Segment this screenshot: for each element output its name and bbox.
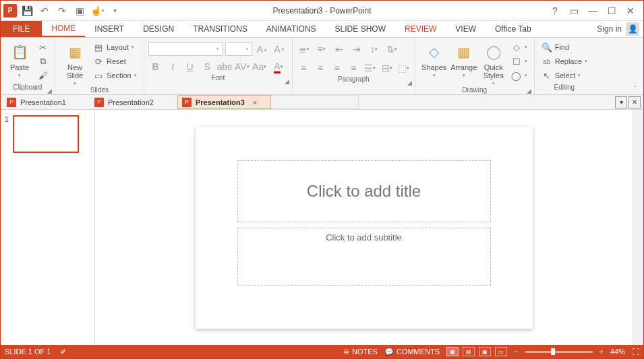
slide-sorter-view-icon[interactable]: ▤ [463,347,475,356]
font-color-icon[interactable]: A▾ [269,59,287,74]
reading-view-icon[interactable]: ▣ [479,347,491,356]
numbering-icon[interactable]: ≡▾ [314,42,329,57]
tab-design[interactable]: DESIGN [134,21,183,37]
shape-outline-button[interactable]: ☐▾ [508,55,530,68]
start-from-beginning-icon[interactable]: ▣ [72,3,87,18]
help-icon[interactable]: ? [546,3,564,19]
doc-tab-presentation1[interactable]: P Presentation1 [2,95,90,109]
subtitle-placeholder[interactable]: Click to add subtitle [237,228,491,286]
zoom-slider[interactable] [525,351,593,353]
align-left-icon[interactable]: ≡ [297,61,311,75]
ribbon-display-options-icon[interactable]: ▭ [565,3,583,19]
find-button[interactable]: 🔍Find [539,40,590,54]
zoom-out-icon[interactable]: − [514,348,518,356]
italic-icon[interactable]: I [165,59,180,74]
tab-transitions[interactable]: TRANSITIONS [183,21,257,37]
section-button[interactable]: ▭Section ▾ [90,69,140,82]
line-spacing-icon[interactable]: ↕▾ [367,42,382,57]
doc-tab-presentation3[interactable]: P Presentation3 × [177,95,271,109]
save-icon[interactable]: 💾 [20,3,34,18]
clipboard-dialog-launcher-icon[interactable]: ◢ [47,88,52,94]
vertical-scrollbar[interactable] [633,110,643,345]
strikethrough-icon[interactable]: abc [217,59,232,74]
slide-canvas[interactable]: Click to add title Click to add subtitle [95,110,633,345]
smartart-icon[interactable]: ⬚▾ [397,61,411,75]
quick-styles-button[interactable]: ◯ Quick Styles ▾ [479,39,508,86]
bullets-icon[interactable]: ≣▾ [297,42,312,57]
undo-icon[interactable]: ↶ [37,3,52,18]
font-size-combo[interactable]: ▾ [225,42,252,56]
comments-icon: 💬 [384,348,394,356]
comments-button[interactable]: 💬 COMMENTS [384,348,440,356]
decrease-font-icon[interactable]: A▼ [272,42,287,57]
collapse-ribbon-icon[interactable]: ˆ [630,84,641,93]
change-case-icon[interactable]: Aa▾ [252,59,267,74]
tab-office-tab[interactable]: Office Tab [486,21,541,37]
shape-fill-button[interactable]: ◇▾ [508,40,530,54]
redo-icon[interactable]: ↷ [55,3,69,18]
touch-mode-icon[interactable]: ☝▾ [90,3,105,18]
notes-button[interactable]: ≣ NOTES [343,348,378,356]
notes-icon: ≣ [343,348,349,356]
new-doc-tab[interactable] [271,95,359,109]
layout-button[interactable]: ▤Layout ▾ [90,40,140,54]
shapes-button[interactable]: ◇ Shapes ▾ [419,39,449,78]
columns-icon[interactable]: ☰▾ [363,61,378,75]
shape-effects-button[interactable]: ◯▾ [508,69,530,82]
align-text-icon[interactable]: ⊟▾ [380,61,394,75]
align-right-icon[interactable]: ≡ [330,61,344,75]
doc-tab-presentation2[interactable]: P Presentation2 [90,95,177,109]
tab-review[interactable]: REVIEW [395,21,446,37]
tab-dropdown-icon[interactable]: ▾ [615,96,627,108]
qat-customize-icon[interactable]: ▾ [107,3,122,18]
slideshow-view-icon[interactable]: ▭ [495,347,507,356]
new-slide-button[interactable]: ▦ New Slide ▾ [59,39,90,86]
increase-indent-icon[interactable]: ⇥ [349,42,364,57]
signin-area[interactable]: Sign in 👤 [597,21,643,37]
zoom-in-icon[interactable]: + [599,348,604,356]
char-spacing-icon[interactable]: AV▾ [235,59,250,74]
decrease-indent-icon[interactable]: ⇤ [332,42,347,57]
zoom-level[interactable]: 44% [610,348,625,356]
maximize-icon[interactable]: ☐ [603,3,620,19]
paragraph-dialog-launcher-icon[interactable]: ◢ [407,79,412,86]
justify-icon[interactable]: ≡ [347,61,361,75]
cut-button[interactable]: ✂ [34,40,51,54]
thumbnail-row[interactable]: 1 [5,115,90,153]
normal-view-icon[interactable]: ▦ [446,347,459,356]
title-placeholder[interactable]: Click to add title [237,160,491,222]
notes-label: NOTES [352,348,378,356]
reset-button[interactable]: ⟳Reset [90,55,140,68]
minimize-icon[interactable]: — [584,3,602,19]
close-icon[interactable]: ✕ [622,3,639,19]
tab-view[interactable]: VIEW [446,21,486,37]
doc-tab-label: Presentation1 [20,98,66,106]
tab-home[interactable]: HOME [42,21,85,37]
zoom-handle[interactable] [551,348,555,355]
arrange-button[interactable]: ▦ Arrange ▾ [449,39,479,78]
paste-button[interactable]: 📋 Paste ▾ [5,39,34,78]
drawing-dialog-launcher-icon[interactable]: ◢ [527,88,531,94]
copy-button[interactable]: ⧉ [34,55,51,68]
slide-counter[interactable]: SLIDE 1 OF 1 [5,348,51,356]
close-all-tabs-icon[interactable]: ✕ [628,96,641,108]
text-direction-icon[interactable]: ⇅▾ [384,42,399,57]
slide-thumbnail-1[interactable] [13,115,79,153]
select-button[interactable]: ↖Select ▾ [539,69,590,82]
align-center-icon[interactable]: ≡ [313,61,327,75]
tab-animations[interactable]: ANIMATIONS [257,21,326,37]
bold-icon[interactable]: B [148,59,163,74]
tab-insert[interactable]: INSERT [85,21,134,37]
spell-check-icon[interactable]: ✐ [60,348,66,356]
fit-to-window-icon[interactable]: ⛶ [632,348,639,356]
font-dialog-launcher-icon[interactable]: ◢ [285,78,289,85]
increase-font-icon[interactable]: A▲ [255,42,270,57]
format-painter-button[interactable]: 🖌 [34,69,51,82]
tab-file[interactable]: FILE [1,21,42,37]
tab-slideshow[interactable]: SLIDE SHOW [326,21,395,37]
shadow-icon[interactable]: S [200,59,214,74]
underline-icon[interactable]: U [183,59,198,74]
close-tab-icon[interactable]: × [253,98,257,106]
replace-button[interactable]: abReplace ▾ [539,55,590,68]
font-name-combo[interactable]: ▾ [148,42,223,56]
